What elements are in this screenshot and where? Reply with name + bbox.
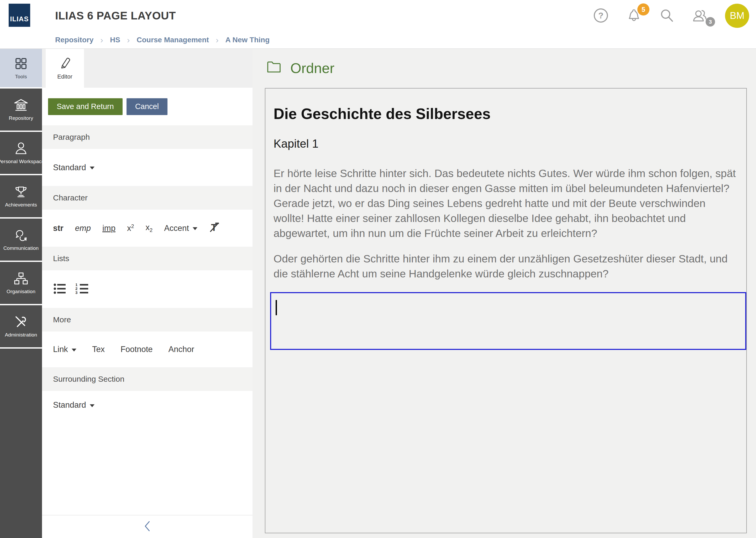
editor-actions: Save and Return Cancel [42,88,253,125]
breadcrumb-separator-icon: › [100,35,103,45]
paragraph-block[interactable]: Er hörte leise Schritte hinter sich. Das… [273,166,739,241]
chevron-down-icon [90,404,95,407]
breadcrumb-a-new-thing[interactable]: A New Thing [225,36,270,44]
sidebar-item-tools[interactable]: Tools [0,49,42,87]
svg-text:?: ? [598,11,603,20]
bank-icon [14,98,28,112]
subscript-button[interactable]: x2 [146,223,153,233]
notifications-button[interactable]: 5 [626,8,642,24]
help-icon: ? [593,8,608,24]
numbered-list-icon: 1 2 3 [75,292,90,296]
tex-button[interactable]: Tex [92,345,105,354]
sidebar-item-organisation[interactable]: Organisation [0,262,42,304]
top-header: ILIAS ILIAS 6 PAGE LAYOUT ? 5 [0,0,756,31]
breadcrumb-hs[interactable]: HS [110,36,120,44]
sidebar-item-achievements[interactable]: Achievements [0,175,42,217]
breadcrumb-separator-icon: › [127,35,130,45]
main-sidebar: Tools Repository Personal Workspace [0,49,42,538]
chevron-down-icon [90,167,95,169]
emphasis-button[interactable]: emp [75,224,91,233]
section-lists-header: Lists [42,247,253,270]
person-icon [14,141,28,155]
trophy-icon [14,185,28,198]
sidebar-item-administration[interactable]: Administration [0,305,42,347]
section-surrounding-body: Standard [42,391,253,515]
section-surrounding-header: Surrounding Section [42,367,253,391]
sidebar-filler [0,349,42,538]
container-title-label: Ordner [290,60,334,76]
surrounding-style-dropdown[interactable]: Standard [53,400,95,410]
paragraph-block[interactable]: Oder gehörten die Schritte hinter ihm zu… [273,251,739,281]
folder-icon [267,60,281,76]
numbered-list-button[interactable]: 1 2 3 [75,282,90,296]
org-chart-icon [14,272,28,285]
footnote-button[interactable]: Footnote [120,345,153,354]
breadcrumb-course-management[interactable]: Course Management [136,36,209,44]
breadcrumb: Repository › HS › Course Management › A … [0,31,756,49]
contacts-badge: 3 [706,17,715,27]
section-lists-body: 1 2 3 [42,270,253,308]
chevron-down-icon [72,349,76,351]
sidebar-item-communication[interactable]: Communication [0,219,42,261]
chapter-heading[interactable]: Kapitel 1 [273,137,739,150]
section-more-header: More [42,308,253,332]
pencil-icon [59,57,71,70]
ilias-logo[interactable]: ILIAS [9,4,30,27]
section-character-body: str emp imp x2 x2 Accent T [42,210,253,247]
content-area: Ordner Die Geschichte des Silbersees Kap… [253,49,756,538]
important-button[interactable]: imp [102,224,116,233]
chat-bubbles-icon [14,228,28,242]
breadcrumb-separator-icon: › [216,35,219,45]
save-and-return-button[interactable]: Save and Return [48,98,122,115]
section-paragraph-body: Standard [42,149,253,186]
chevron-left-icon [144,521,150,532]
collapse-panel-button[interactable] [42,515,253,538]
sidebar-item-repository[interactable]: Repository [0,88,42,131]
breadcrumb-repository[interactable]: Repository [55,36,93,44]
remove-format-icon: T [209,225,220,234]
cancel-button[interactable]: Cancel [126,98,167,115]
clear-formatting-button[interactable]: T [209,222,220,235]
ilias-logo-text: ILIAS [10,15,28,23]
page-title: ILIAS 6 PAGE LAYOUT [55,0,176,31]
search-button[interactable] [659,8,675,24]
header-actions: ? 5 [593,0,749,31]
editor-tabstrip: Editor [42,49,253,88]
svg-text:3: 3 [75,290,77,295]
link-dropdown[interactable]: Link [53,345,76,354]
bullet-list-button[interactable] [53,282,67,296]
document-title[interactable]: Die Geschichte des Silbersees [273,105,739,123]
section-more-body: Link Tex Footnote Anchor [42,332,253,367]
notifications-badge: 5 [638,3,649,16]
avatar[interactable]: BM [725,4,749,28]
container-title: Ordner [267,60,334,76]
editor-panel: Editor Save and Return Cancel Paragraph … [42,49,253,538]
chevron-down-icon [193,227,197,230]
page-editor-canvas[interactable]: Die Geschichte des Silbersees Kapitel 1 … [265,88,747,533]
text-cursor [276,300,277,315]
section-character-header: Character [42,186,253,210]
avatar-initials: BM [730,10,744,21]
sidebar-item-personal-workspace[interactable]: Personal Workspace [0,132,42,174]
accent-dropdown[interactable]: Accent [164,224,197,233]
active-paragraph-input[interactable] [270,292,746,350]
bullet-list-icon [53,292,67,296]
tab-editor-label: Editor [57,73,72,80]
search-icon [659,8,675,24]
help-button[interactable]: ? [593,8,609,24]
section-paragraph-header: Paragraph [42,125,253,149]
anchor-button[interactable]: Anchor [168,345,194,354]
tools-grid-icon [14,57,28,71]
strong-button[interactable]: str [53,224,64,233]
tab-editor[interactable]: Editor [46,49,84,88]
contacts-button[interactable]: 3 [692,8,708,24]
superscript-button[interactable]: x2 [127,223,134,233]
paragraph-style-dropdown[interactable]: Standard [53,163,95,172]
tools-crossed-icon [14,315,28,329]
